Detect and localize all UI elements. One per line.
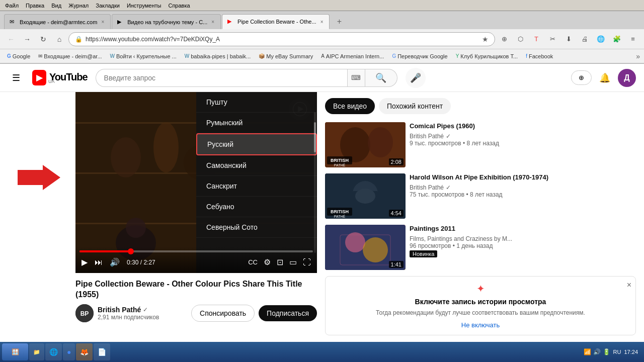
lang-item-north-sotho[interactable]: Северный Сото — [196, 217, 317, 238]
related-video-2[interactable]: BRITISH PATHÉ 4:54 Harold Wilson At Pipe… — [325, 173, 636, 219]
tab-1-title: Входящие - deim@armtec.com — [20, 19, 97, 25]
lang-item-russian[interactable]: Русский — [196, 133, 317, 155]
download-button[interactable]: ⬇ — [561, 32, 576, 46]
more-button[interactable]: ≡ — [626, 32, 640, 46]
related-video-1[interactable]: BRITISH PATHÉ 2:08 Comical Pipes (1960) … — [325, 122, 636, 167]
filter-similar-content[interactable]: Похожий контент — [379, 98, 451, 114]
bookmarks-more[interactable]: » — [636, 52, 640, 60]
bookmark-wp2-label: babaika-pipes | babaik... — [191, 53, 251, 59]
yt-avatar[interactable]: Д — [618, 69, 636, 87]
play-button[interactable]: ▶ — [79, 255, 90, 269]
related-info-2: Harold Wilson At Pipe Exhibition (1970-1… — [410, 173, 636, 219]
related-info-3: Paintings 2011 Films, Paintings and Craz… — [410, 225, 636, 270]
bookmark-aipc[interactable]: A AIPC Armenian Intern... — [318, 52, 387, 60]
related-video-3[interactable]: 1:41 Paintings 2011 Films, Paintings and… — [325, 225, 636, 270]
menu-file[interactable]: Файл — [2, 2, 22, 10]
tab-3[interactable]: ▶ Pipe Collection Beware - Othe... × — [222, 14, 330, 29]
menu-history[interactable]: Журнал — [65, 2, 92, 10]
taskbar-app-firefox[interactable]: 🦊 — [76, 343, 93, 360]
globe-button[interactable]: 🌐 — [594, 32, 608, 46]
menu-help[interactable]: Справка — [165, 2, 193, 10]
taskbar-app-explorer[interactable]: 📁 — [29, 343, 44, 360]
menu-tools[interactable]: Инструменты — [124, 2, 165, 10]
bookmark-ebay-label: My eBay Summary — [266, 53, 313, 59]
bookmark-google[interactable]: G Google — [4, 52, 33, 60]
yt-search-input[interactable] — [96, 69, 347, 87]
tab-2[interactable]: ▶ Видео на трубочную тему - С... × — [112, 14, 221, 29]
sponsor-button[interactable]: Спонсировать — [191, 305, 255, 322]
taskbar-app-chrome[interactable]: ● — [63, 343, 75, 360]
tab-1[interactable]: ✉ Входящие - deim@armtec.com × — [4, 14, 111, 29]
bookmark-wp2[interactable]: W babaika-pipes | babaik... — [182, 52, 254, 60]
svg-point-29 — [363, 237, 388, 262]
lang-item-samoan[interactable]: Самоанский — [196, 155, 317, 176]
bookmark-facebook[interactable]: f Facebook — [523, 52, 556, 60]
lang-scrollbar[interactable] — [314, 112, 316, 253]
taskbar-start-button[interactable]: 🪟 — [2, 343, 28, 360]
notification-decline-button[interactable]: Не включать — [334, 321, 627, 329]
fullscreen-button[interactable]: ⛶ — [301, 256, 313, 269]
extensions2-button[interactable]: 🧩 — [610, 32, 624, 46]
pocket-button[interactable]: ⬡ — [513, 32, 527, 46]
bookmark-ebay[interactable]: 📦 My eBay Summary — [256, 52, 316, 60]
related-title-2: Harold Wilson At Pipe Exhibition (1970-1… — [410, 173, 636, 182]
address-bar[interactable]: 🔒 https://www.youtube.com/watch?v=7DeKDi… — [68, 32, 495, 46]
video-info: Pipe Collection Beware - Other Colour Pi… — [75, 273, 317, 328]
tab-2-favicon: ▶ — [117, 19, 124, 26]
taskbar-app-notepad[interactable]: 📄 — [94, 343, 110, 360]
menu-view[interactable]: Вид — [48, 2, 64, 10]
progress-bar[interactable] — [79, 250, 313, 252]
next-button[interactable]: ⏭ — [93, 256, 105, 269]
new-tab-button[interactable]: + — [333, 15, 346, 28]
video-player[interactable]: Пушту Румынский Русский Самоанский Санск… — [75, 92, 317, 273]
yt-mic-button[interactable]: 🎤 — [406, 68, 426, 88]
volume-button[interactable]: 🔊 — [108, 255, 122, 269]
yt-create-button[interactable]: ⊕ — [571, 70, 592, 85]
menu-bookmarks[interactable]: Закладки — [93, 2, 123, 10]
related-age-2: 8 лет назад — [470, 191, 502, 198]
tab-2-close[interactable]: × — [210, 19, 215, 25]
related-verified-2: ✓ — [446, 184, 451, 191]
screenshot-button[interactable]: ✂ — [545, 32, 559, 46]
related-meta-2: 75 тыс. просмотров • 8 лет назад — [410, 191, 636, 198]
video-area: Пушту Румынский Русский Самоанский Санск… — [75, 92, 317, 348]
tab-1-close[interactable]: × — [100, 19, 105, 25]
channel-avatar[interactable]: BP — [75, 304, 94, 322]
subscribe-button[interactable]: Подписаться — [259, 305, 317, 321]
lang-item-sanskrit[interactable]: Санскрит — [196, 176, 317, 197]
yt-notifications-button[interactable]: 🔔 — [596, 69, 614, 87]
lang-item-pashto[interactable]: Пушту — [196, 92, 317, 113]
yt-search-button[interactable]: 🔍 — [365, 69, 397, 87]
bookmark-translate[interactable]: G Переводчик Google — [389, 52, 450, 60]
tab-3-close[interactable]: × — [319, 19, 325, 25]
nav-icons: ⊕ ⬡ T ✂ ⬇ 🖨 🌐 🧩 ≡ — [497, 32, 640, 46]
bookmark-translate-favicon: G — [392, 53, 396, 59]
lang-item-romanian[interactable]: Румынский — [196, 113, 317, 133]
bookmark-inbox[interactable]: ✉ Входящие - deim@ar... — [35, 52, 105, 60]
yt-menu-button[interactable]: ☰ — [8, 68, 24, 87]
lang-item-cebuano[interactable]: Себуано — [196, 197, 317, 217]
home-button[interactable]: ⌂ — [52, 32, 66, 46]
reload-button[interactable]: ↻ — [36, 32, 50, 46]
back-button[interactable]: ← — [4, 32, 18, 46]
channel-name[interactable]: British Pathé — [98, 306, 141, 314]
miniplayer-button[interactable]: ⊡ — [275, 255, 285, 269]
bookmark-club[interactable]: Y Клуб Курильщиков Т... — [453, 52, 521, 60]
extensions-button[interactable]: ⊕ — [497, 32, 511, 46]
taskbar-app-ie[interactable]: 🌐 — [45, 343, 62, 360]
related-3-duration: 1:41 — [389, 261, 404, 268]
svg-point-28 — [345, 232, 365, 252]
settings-button[interactable]: ⚙ — [262, 255, 273, 269]
print-button[interactable]: 🖨 — [578, 32, 592, 46]
notification-close-button[interactable]: × — [627, 281, 631, 290]
filter-all-videos[interactable]: Все видео — [325, 98, 375, 114]
menu-edit[interactable]: Правка — [23, 2, 47, 10]
yt-keyboard-button[interactable]: ⌨ — [347, 69, 365, 87]
forward-button[interactable]: → — [20, 32, 34, 46]
subtitles-button[interactable]: CC — [246, 256, 260, 268]
theater-button[interactable]: ▭ — [287, 255, 299, 269]
translate-button[interactable]: T — [529, 32, 543, 46]
yt-logo[interactable]: ▶ YouTube UA — [32, 70, 88, 85]
bookmark-wp1[interactable]: W Войти ‹ Курительные ... — [107, 52, 180, 60]
related-thumb-1: BRITISH PATHÉ 2:08 — [325, 122, 406, 167]
